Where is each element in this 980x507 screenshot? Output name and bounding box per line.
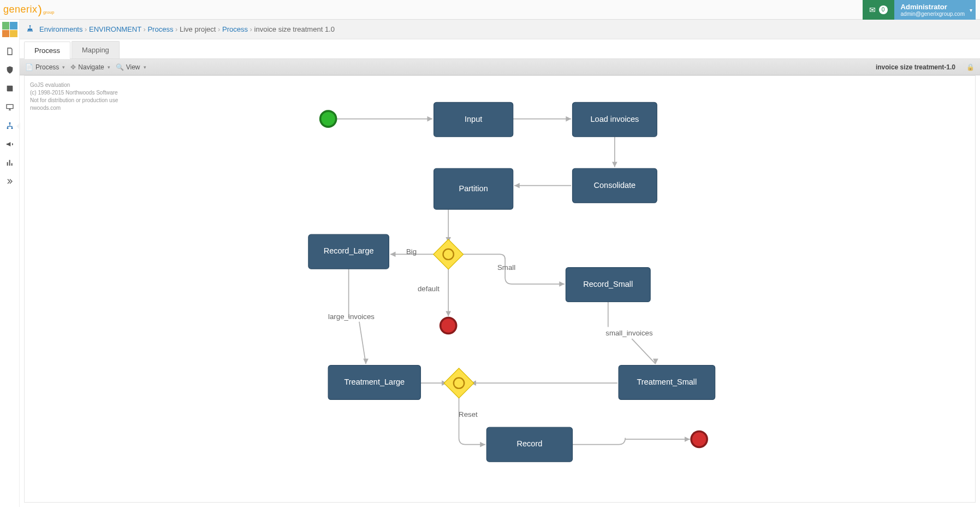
sitemap-icon: [26, 25, 34, 34]
task-node-label: Record_Small: [583, 280, 633, 288]
diagram-title: invoice size treatment-1.0: [876, 63, 955, 71]
user-email: admin@generixgroup.com: [901, 11, 965, 17]
caret-down-icon: ▾: [62, 64, 65, 70]
book-icon: [5, 84, 14, 95]
breadcrumb-item: Live project: [180, 25, 216, 33]
task-node-label: Record: [517, 439, 543, 448]
bar-chart-icon: [5, 158, 14, 169]
flow-link[interactable]: [459, 395, 485, 445]
svg-marker-3: [514, 183, 520, 188]
flow-link-label: small_invoices: [605, 329, 653, 337]
tab-mapping[interactable]: Mapping: [72, 41, 120, 58]
sidebar-item-collapse[interactable]: [0, 173, 20, 191]
apps-grid-icon[interactable]: [2, 22, 17, 37]
caret-down-icon: ▾: [108, 64, 110, 70]
breadcrumb-separator: ›: [141, 25, 148, 33]
svg-marker-8: [363, 358, 369, 364]
caret-down-icon: ▾: [970, 7, 972, 13]
toolbar-menu-process[interactable]: 📄 Process ▾: [25, 63, 65, 71]
svg-marker-6: [559, 281, 565, 287]
task-node-label: Partition: [459, 184, 488, 193]
menu-icon: 📄: [25, 63, 33, 71]
gateway-node[interactable]: [433, 239, 464, 269]
svg-marker-9: [653, 358, 658, 364]
sidebar-item-page[interactable]: [0, 43, 20, 61]
breadcrumb-item[interactable]: Process: [222, 25, 248, 33]
mail-count-badge: 0: [879, 5, 888, 14]
task-node-label: Treatment_Small: [637, 378, 697, 386]
task-node-label: Record_Large: [324, 246, 374, 255]
svg-rect-14: [433, 239, 464, 269]
flow-link-label: large_invoices: [328, 313, 375, 321]
svg-marker-5: [390, 252, 396, 257]
sidebar-item-announce[interactable]: [0, 135, 20, 154]
sidebar-item-stats[interactable]: [0, 154, 20, 173]
svg-marker-12: [480, 442, 485, 447]
svg-marker-2: [612, 162, 617, 167]
flow-link[interactable]: [572, 438, 690, 445]
envelope-icon: ✉: [869, 5, 876, 14]
flow-link-label: Big: [406, 247, 417, 256]
diagram-canvas[interactable]: GoJS evaluation (c) 1998-2015 Northwoods…: [24, 75, 976, 503]
sidebar: [0, 20, 20, 507]
breadcrumb-separator: ›: [82, 25, 89, 33]
shield-icon: [5, 66, 14, 76]
breadcrumb-item: invoice size treatment 1.0: [254, 25, 335, 33]
gateway-node[interactable]: [444, 368, 474, 398]
sub-toolbar: 📄 Process ▾✥ Navigate ▾🔍 View ▾ invoice …: [20, 59, 980, 75]
breadcrumb-item[interactable]: ENVIRONMENT: [89, 25, 141, 33]
lock-icon: 🔒: [966, 63, 975, 71]
caret-down-icon: ▾: [144, 64, 146, 70]
tab-process[interactable]: Process: [24, 42, 70, 59]
end-event[interactable]: [441, 318, 456, 334]
bullhorn-icon: [5, 140, 14, 150]
svg-marker-13: [685, 437, 690, 442]
brand-logo: generix ) group: [3, 3, 54, 17]
menu-icon: 🔍: [116, 63, 124, 71]
flow-link-label: Reset: [459, 410, 478, 418]
breadcrumb-separator: ›: [216, 25, 222, 33]
menu-icon: ✥: [70, 63, 76, 71]
breadcrumb: Environments › ENVIRONMENT › Process › L…: [20, 20, 980, 39]
svg-rect-16: [444, 368, 474, 398]
svg-marker-7: [446, 311, 451, 316]
task-node-label: Consolidate: [594, 181, 636, 190]
sitemap-icon: [5, 121, 14, 132]
svg-marker-1: [566, 116, 571, 122]
toolbar-menu-view[interactable]: 🔍 View ▾: [116, 63, 146, 71]
sidebar-item-monitor[interactable]: [0, 98, 20, 117]
flow-link-label: Small: [497, 263, 515, 272]
breadcrumb-separator: ›: [248, 25, 254, 33]
chevrons-icon: [5, 177, 14, 187]
flow-link-label: default: [418, 285, 439, 293]
mail-button[interactable]: ✉ 0: [863, 0, 894, 20]
breadcrumb-item[interactable]: Process: [147, 25, 173, 33]
user-menu[interactable]: Administrator admin@generixgroup.com ▾: [894, 0, 976, 20]
sidebar-item-book[interactable]: [0, 80, 20, 98]
task-node-label: Load invoices: [591, 115, 639, 123]
task-node-label: Input: [465, 115, 482, 123]
end-event[interactable]: [691, 431, 707, 447]
tabs: ProcessMapping: [20, 39, 980, 59]
brand-text: generix: [3, 4, 38, 15]
page-icon: [5, 47, 14, 57]
svg-marker-0: [427, 116, 433, 122]
brand-sub: group: [43, 10, 54, 17]
task-node-label: Treatment_Large: [344, 378, 405, 386]
sidebar-item-shield[interactable]: [0, 61, 20, 80]
sidebar-item-environments[interactable]: [0, 117, 20, 135]
toolbar-menu-navigate[interactable]: ✥ Navigate ▾: [70, 63, 110, 71]
breadcrumb-item[interactable]: Environments: [39, 25, 82, 33]
breadcrumb-separator: ›: [173, 25, 180, 33]
monitor-icon: [5, 103, 14, 113]
user-name: Administrator: [901, 3, 965, 11]
start-event[interactable]: [320, 111, 336, 127]
brand-curve-icon: ): [38, 3, 42, 17]
